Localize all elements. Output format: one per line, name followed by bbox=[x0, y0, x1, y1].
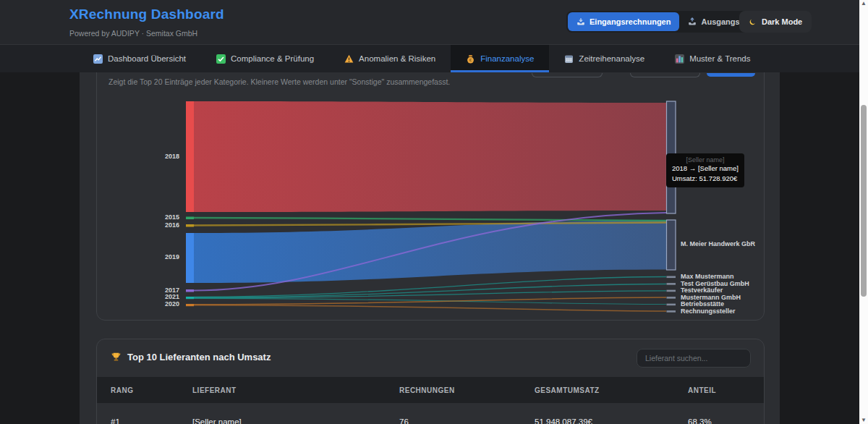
cell-rechnungen: 76 bbox=[399, 417, 535, 424]
node-2021[interactable] bbox=[186, 297, 194, 299]
app-subtitle: Powered by AUDIPY · Semitax GmbH bbox=[69, 29, 197, 38]
top-lieferanten-card: Top 10 Lieferanten nach Umsatz RANG LIEF… bbox=[96, 339, 765, 424]
source-label-2020: 2020 bbox=[135, 300, 179, 308]
eingangsrechnungen-button[interactable]: Eingangsrechnungen bbox=[568, 12, 679, 31]
app-title: XRechnung Dashboard bbox=[69, 7, 224, 22]
cell-gesamtumsatz: 51.948.087,39€ bbox=[535, 417, 688, 424]
dashboard-chart-icon bbox=[93, 54, 103, 64]
col-lieferant: LIEFERANT bbox=[192, 386, 399, 394]
sankey-diagram[interactable] bbox=[96, 87, 765, 321]
tooltip-flow: 2018 → [Seller name] bbox=[672, 164, 739, 174]
tab-label: Zeitreihenanalyse bbox=[579, 54, 644, 63]
chart-description: Zeigt die Top 20 Einträge jeder Kategori… bbox=[109, 77, 450, 86]
node-betriebsstaette[interactable] bbox=[667, 304, 676, 306]
calendar-icon bbox=[564, 54, 574, 64]
inbox-tray-icon bbox=[576, 17, 585, 26]
node-meier-handwerk[interactable] bbox=[667, 220, 676, 270]
tab-muster-trends[interactable]: Muster & Trends bbox=[660, 45, 765, 72]
flow-2015[interactable] bbox=[194, 218, 666, 221]
node-2015[interactable] bbox=[186, 217, 194, 220]
dark-mode-label: Dark Mode bbox=[762, 17, 802, 26]
node-2020[interactable] bbox=[186, 304, 194, 306]
node-2018[interactable] bbox=[186, 101, 194, 212]
check-icon bbox=[216, 54, 226, 64]
table-title-text: Top 10 Lieferanten nach Umsatz bbox=[127, 352, 271, 362]
source-label-2018: 2018 bbox=[135, 153, 179, 160]
app-header: XRechnung Dashboard Powered by AUDIPY · … bbox=[0, 0, 859, 45]
money-bag-icon: € bbox=[466, 54, 475, 64]
node-testverkaeufer[interactable] bbox=[667, 290, 676, 292]
warning-icon bbox=[344, 54, 354, 64]
flow-2018-seller[interactable] bbox=[194, 101, 667, 212]
target-label-meier: M. Meier Handwerk GbR bbox=[681, 240, 755, 247]
tab-label: Dashboard Übersicht bbox=[108, 54, 186, 63]
node-2016[interactable] bbox=[186, 224, 194, 227]
tab-label: Finanzanalyse bbox=[480, 54, 534, 63]
cell-anteil: 68.3% bbox=[688, 417, 764, 424]
col-gesamtumsatz: GESAMTUMSATZ bbox=[535, 386, 688, 394]
node-test-geruestbau[interactable] bbox=[667, 283, 676, 285]
flow-2020-b[interactable] bbox=[194, 305, 666, 311]
main-nav: Dashboard Übersicht Compliance & Prüfung… bbox=[0, 45, 859, 72]
page-scrollbar[interactable]: ▲ ▼ bbox=[859, 0, 868, 424]
outbox-tray-icon bbox=[688, 17, 697, 26]
table-title: Top 10 Lieferanten nach Umsatz bbox=[111, 352, 271, 362]
moon-icon bbox=[749, 18, 757, 26]
eingangsrechnungen-label: Eingangsrechnungen bbox=[590, 17, 671, 26]
node-mustermann-gmbh[interactable] bbox=[667, 297, 676, 299]
tab-label: Anomalien & Risiken bbox=[359, 54, 435, 63]
tab-finanzanalyse[interactable]: € Finanzanalyse bbox=[451, 45, 549, 72]
target-label-betriebsstaette: Betriebsstätte bbox=[681, 300, 724, 308]
target-label-max-mustermann: Max Mustermann bbox=[681, 273, 734, 280]
tab-label: Compliance & Prüfung bbox=[231, 54, 314, 63]
tab-anomalien-risiken[interactable]: Anomalien & Risiken bbox=[329, 45, 451, 72]
chart-tooltip: [Seller name] 2018 → [Seller name] Umsat… bbox=[666, 153, 744, 187]
tab-zeitreihenanalyse[interactable]: Zeitreihenanalyse bbox=[549, 45, 660, 72]
tooltip-node-name: [Seller name] bbox=[672, 156, 739, 164]
chart-apply-button[interactable] bbox=[707, 73, 755, 77]
main-content: Zeigt die Top 20 Einträge jeder Kategori… bbox=[0, 72, 859, 424]
source-label-2021: 2021 bbox=[135, 293, 179, 300]
flow-2021-b[interactable] bbox=[194, 284, 666, 298]
trophy-icon bbox=[111, 352, 122, 362]
node-2017[interactable] bbox=[186, 289, 194, 292]
cell-lieferant: [Seller name] bbox=[192, 417, 399, 424]
tab-dashboard-uebersicht[interactable]: Dashboard Übersicht bbox=[78, 45, 201, 72]
table-row[interactable]: #1 [Seller name] 76 51.948.087,39€ 68.3% bbox=[97, 403, 764, 424]
bar-chart-icon bbox=[675, 54, 684, 64]
source-label-2016: 2016 bbox=[135, 221, 179, 229]
scrollbar-down-arrow[interactable]: ▼ bbox=[859, 417, 868, 424]
col-anteil: ANTEIL bbox=[688, 386, 764, 394]
col-rang: RANG bbox=[111, 386, 192, 394]
flow-2019-meier[interactable] bbox=[194, 221, 667, 284]
cell-rang: #1 bbox=[111, 417, 192, 424]
node-2019[interactable] bbox=[186, 233, 194, 283]
chart-filter-select-1[interactable] bbox=[532, 73, 603, 77]
target-label-testverkaeufer: Testverkäufer bbox=[681, 287, 723, 294]
table-header-row: RANG LIEFERANT RECHNUNGEN GESAMTUMSATZ A… bbox=[97, 377, 764, 403]
scrollbar-thumb[interactable] bbox=[861, 105, 867, 297]
node-rechnungssteller[interactable] bbox=[667, 310, 676, 313]
tooltip-value: Umsatz: 51.728.920€ bbox=[672, 174, 739, 184]
tab-label: Muster & Trends bbox=[689, 54, 750, 63]
tab-compliance-pruefung[interactable]: Compliance & Prüfung bbox=[201, 45, 329, 72]
scrollbar-up-arrow[interactable]: ▲ bbox=[859, 0, 868, 7]
target-label-rechnungssteller: Rechnungssteller bbox=[681, 308, 736, 315]
source-label-2019: 2019 bbox=[135, 253, 179, 260]
dark-mode-button[interactable]: Dark Mode bbox=[739, 11, 812, 33]
lieferant-search-input[interactable] bbox=[637, 349, 751, 368]
node-max-mustermann[interactable] bbox=[667, 276, 676, 279]
source-label-2015: 2015 bbox=[135, 213, 179, 221]
chart-filter-select-2[interactable] bbox=[630, 73, 700, 77]
col-rechnungen: RECHNUNGEN bbox=[399, 386, 535, 394]
